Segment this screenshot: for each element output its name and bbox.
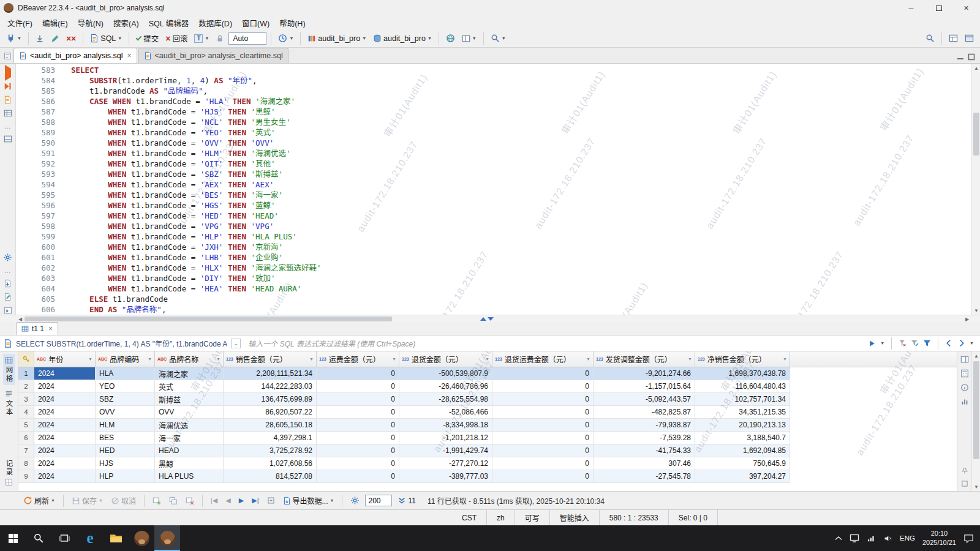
grid-cell[interactable]: 3,188,540.7 bbox=[695, 432, 790, 444]
cancel-button[interactable]: 取消 bbox=[108, 494, 138, 507]
grid-cell[interactable]: 0 bbox=[492, 406, 594, 419]
menu-sql-editor[interactable]: SQL 编辑器 bbox=[144, 16, 194, 30]
editor-settings-button[interactable] bbox=[3, 253, 12, 262]
pin-panel-icon[interactable] bbox=[961, 467, 968, 474]
code-lines[interactable]: SELECT SUBSTR(t1.orderTime, 1, 4) AS "年份… bbox=[62, 64, 971, 315]
value-panel-icon[interactable] bbox=[960, 355, 969, 364]
menu-help[interactable]: 帮助(H) bbox=[274, 16, 310, 30]
grid-cell[interactable]: 4,397,298.1 bbox=[224, 432, 317, 444]
layout-button[interactable]: ▼ bbox=[459, 33, 479, 44]
grid-cell[interactable]: 34,351,215.35 bbox=[695, 406, 790, 419]
grid-cell[interactable]: -28,625,554.98 bbox=[399, 393, 492, 406]
code-line[interactable]: WHEN t1.brandCode = 'VPG' THEN 'VPG' bbox=[71, 221, 971, 231]
grid-cell[interactable]: 0 bbox=[492, 457, 594, 470]
commit-button[interactable]: 提交 bbox=[134, 31, 161, 45]
open-sql-console-button[interactable] bbox=[4, 96, 12, 104]
maximize-view-icon[interactable] bbox=[968, 53, 975, 61]
editor-more-icon[interactable]: … bbox=[4, 122, 12, 130]
column-filter-dropdown-icon[interactable]: ▼ bbox=[88, 357, 92, 361]
tray-display-icon[interactable] bbox=[850, 534, 859, 542]
grid-cell[interactable]: HLP bbox=[96, 470, 155, 483]
code-line[interactable]: WHEN t1.brandCode = 'HJS' THEN '黑鲸' bbox=[71, 107, 971, 117]
grid-cell[interactable]: -27,545.78 bbox=[594, 470, 695, 483]
grid-cell[interactable]: 0 bbox=[492, 393, 594, 406]
file-explorer-button[interactable] bbox=[103, 525, 129, 551]
history-forward-button[interactable] bbox=[957, 339, 965, 347]
code-line[interactable]: WHEN t1.brandCode = 'LHB' THEN '企业购' bbox=[71, 252, 971, 263]
menu-window[interactable]: 窗口(W) bbox=[237, 16, 274, 30]
aggregate-panel-icon[interactable] bbox=[960, 397, 969, 406]
table-row[interactable]: 22024YEO英式144,222,283.030-26,460,786.960… bbox=[18, 380, 957, 393]
result-settings-button[interactable] bbox=[348, 495, 362, 506]
grid-cell[interactable]: -52,086,466 bbox=[399, 406, 492, 419]
code-line[interactable]: WHEN t1.brandCode = 'OVV' THEN 'OVV' bbox=[71, 138, 971, 148]
code-line[interactable]: WHEN t1.brandCode = 'SBZ' THEN '斯搏兹' bbox=[71, 169, 971, 179]
tray-expand-icon[interactable] bbox=[835, 536, 842, 541]
grid-cell[interactable]: 2024 bbox=[34, 470, 96, 483]
column-header-8[interactable]: 123发货调整金额（元）▼ bbox=[594, 351, 695, 367]
row-number[interactable]: 4 bbox=[18, 406, 34, 419]
code-line[interactable]: WHEN t1.brandCode = 'JXH' THEN '京新海' bbox=[71, 242, 971, 252]
tray-volume-icon[interactable] bbox=[883, 534, 892, 542]
refresh-button[interactable]: 刷新 ▼ bbox=[21, 494, 58, 507]
close-results-tab-icon[interactable]: × bbox=[48, 324, 53, 333]
code-line[interactable]: WHEN t1.brandCode = 'HGS' THEN '蓝鲸' bbox=[71, 200, 971, 211]
taskbar-search-button[interactable] bbox=[26, 525, 51, 551]
grid-cell[interactable]: -79,938.87 bbox=[594, 419, 695, 432]
grid-cell[interactable]: 0 bbox=[317, 419, 399, 432]
transaction-lock-button[interactable] bbox=[213, 33, 227, 44]
grid-cell[interactable]: 28,605,150.18 bbox=[224, 419, 317, 432]
code-line[interactable]: WHEN t1.brandCode = 'HLP' THEN 'HLA PLUS… bbox=[71, 231, 971, 242]
fetch-size-input[interactable] bbox=[365, 495, 392, 506]
grid-cell[interactable]: HJS bbox=[96, 457, 155, 470]
grid-cell[interactable]: 海澜优选 bbox=[155, 419, 224, 432]
code-line[interactable]: WHEN t1.brandCode = 'DIY' THEN '致加' bbox=[71, 273, 971, 283]
grid-cell[interactable]: 海澜之家 bbox=[155, 367, 224, 380]
code-line[interactable]: WHEN t1.brandCode = 'HLX' THEN '海澜之家甄选好鞋… bbox=[71, 263, 971, 273]
code-line[interactable]: WHEN t1.brandCode = 'HED' THEN 'HEAD' bbox=[71, 211, 971, 221]
explain-plan-button[interactable] bbox=[4, 109, 12, 118]
commit-mode-combo[interactable]: Auto bbox=[228, 32, 266, 45]
close-button[interactable]: × bbox=[952, 0, 980, 16]
grid-cell[interactable]: 307.46 bbox=[594, 457, 695, 470]
next-row-button[interactable]: ▶ bbox=[236, 496, 246, 505]
add-row-button[interactable] bbox=[150, 495, 164, 506]
perspective-switcher-button[interactable] bbox=[962, 32, 976, 44]
column-header-1[interactable]: ABC年份▼ bbox=[34, 351, 96, 367]
code-line[interactable]: SUBSTR(t1.orderTime, 1, 4) AS "年份", bbox=[71, 75, 971, 86]
row-number[interactable]: 5 bbox=[18, 419, 34, 432]
quick-search-button[interactable] bbox=[923, 32, 937, 44]
grid-cell[interactable]: HLA bbox=[96, 367, 155, 380]
menu-edit[interactable]: 编辑(E) bbox=[37, 16, 73, 30]
clear-filter-button[interactable] bbox=[899, 339, 907, 347]
scroll-down-icon[interactable]: ▼ bbox=[972, 306, 980, 315]
code-line[interactable]: WHEN t1.brandCode = 'NCL' THEN '男生女生' bbox=[71, 117, 971, 127]
export-data-button[interactable]: 导出数据... ▼ bbox=[281, 494, 337, 507]
grid-cell[interactable]: 0 bbox=[492, 432, 594, 444]
grid-cell[interactable]: -500,539,807.9 bbox=[399, 367, 492, 380]
grid-cell[interactable]: 2024 bbox=[34, 457, 96, 470]
grid-cell[interactable]: -26,460,786.96 bbox=[399, 380, 492, 393]
text-presentation-tab[interactable]: 文本 bbox=[3, 388, 15, 419]
minimize-button[interactable]: – bbox=[897, 0, 925, 16]
query-preview[interactable]: SELECT SUBSTR(t1.orderTime, 1, 4) AS "年份… bbox=[16, 338, 227, 348]
open-perspective-button[interactable] bbox=[946, 32, 960, 44]
table-row[interactable]: 72024HEDHEAD3,725,278.920-1,991,429.740-… bbox=[18, 444, 957, 457]
column-header-4[interactable]: 123销售金额（元）▼ bbox=[224, 351, 317, 367]
table-row[interactable]: 32024SBZ斯搏兹136,475,699.890-28,625,554.98… bbox=[18, 393, 957, 406]
history-dropdown-icon[interactable]: ▼ bbox=[970, 341, 974, 345]
edge-button[interactable]: e bbox=[77, 525, 103, 551]
column-filter-dropdown-icon[interactable]: ▼ bbox=[586, 357, 590, 361]
grid-cell[interactable]: 750,645.9 bbox=[695, 457, 790, 470]
results-tab[interactable]: t1 1 × bbox=[16, 322, 58, 335]
minimize-view-icon[interactable] bbox=[957, 53, 964, 61]
edit-connection-button[interactable] bbox=[48, 33, 62, 44]
maximize-panel-icon[interactable] bbox=[961, 480, 968, 487]
table-row[interactable]: 12024HLA海澜之家2,208,111,521.340-500,539,80… bbox=[18, 367, 957, 380]
grid-cell[interactable]: 英式 bbox=[155, 380, 224, 393]
code-line[interactable]: WHEN t1.brandCode = 'BES' THEN '海一家' bbox=[71, 190, 971, 200]
grid-scroll-down-icon[interactable]: ▼ bbox=[972, 482, 980, 491]
grid-cell[interactable]: -9,201,274.66 bbox=[594, 367, 695, 380]
grid-cell[interactable]: -277,270.12 bbox=[399, 457, 492, 470]
column-header-5[interactable]: 123运费金额（元）▼ bbox=[317, 351, 399, 367]
